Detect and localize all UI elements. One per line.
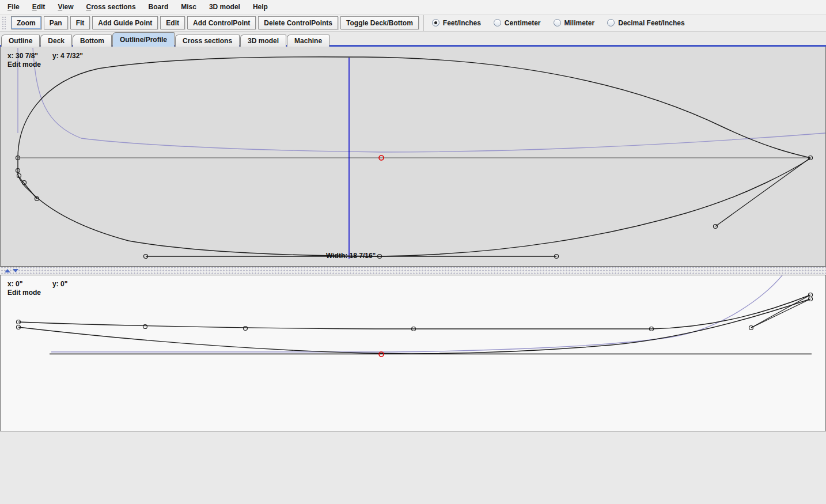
toolbar: Zoom Pan Fit Add Guide Point Edit Add Co… [0,14,826,32]
edit-mode-label: Edit mode [7,289,41,297]
tab-cross-sections[interactable]: Cross sections [175,35,240,47]
toolbar-drag-handle[interactable] [2,16,7,30]
tab-bottom[interactable]: Bottom [73,35,112,47]
cursor-y-readout: y: 0" [52,280,67,288]
tab-3d-model[interactable]: 3D model [240,35,286,47]
menu-item-cross-sections[interactable]: Cross sections [80,1,142,13]
menu-item-3d-model[interactable]: 3D model [203,1,247,13]
collapse-up-icon[interactable] [5,269,10,272]
outline-edit-canvas[interactable]: x: 30 7/8" y: 4 7/32" Edit mode Width: 1… [0,47,826,267]
add-controlpoint-button[interactable]: Add ControlPoint [187,16,256,29]
overlay-outline-curve [51,275,782,352]
radio-label: Centimeter [505,19,541,27]
profile-drawing: x: 0" y: 0" Edit mode [1,275,825,431]
radio-unselected-icon [494,19,501,26]
boardcad-window: File Edit View Cross sections Board Misc… [0,0,826,504]
radio-centimeter[interactable]: Centimeter [494,19,541,27]
radio-label: Decimal Feet/Inches [618,19,684,27]
radio-unselected-icon [554,19,561,26]
zoom-button[interactable]: Zoom [11,16,41,29]
edit-mode-label: Edit mode [7,60,41,69]
cursor-x-readout: x: 30 7/8" [7,52,38,60]
radio-milimeter[interactable]: Milimeter [554,19,595,27]
menu-item-board[interactable]: Board [142,1,175,13]
control-handle-line[interactable] [751,295,810,328]
cursor-y-readout: y: 4 7/32" [52,52,83,60]
cursor-x-readout: x: 0" [7,280,22,288]
split-pane-divider[interactable] [0,267,826,275]
radio-decimal-feet-inches[interactable]: Decimal Feet/Inches [607,19,684,27]
menu-item-help[interactable]: Help [247,1,274,13]
control-point[interactable] [244,327,248,331]
menu-item-edit[interactable]: Edit [26,1,52,13]
radio-label: Feet/Inches [443,19,481,27]
fit-button[interactable]: Fit [70,16,90,29]
outline-bottom-curve[interactable] [18,158,810,256]
menu-item-misc[interactable]: Misc [175,1,203,13]
control-handle-line[interactable] [18,176,37,199]
deck-profile-curve[interactable] [18,295,810,329]
control-point[interactable] [143,325,147,329]
tab-deck[interactable]: Deck [40,35,72,47]
outline-drawing: x: 30 7/8" y: 4 7/32" Edit mode Width: 1… [1,47,825,266]
width-measurement-label: Width: 18 7/16" [326,252,376,260]
control-handle-line[interactable] [751,299,810,328]
outline-top-curve[interactable] [18,57,810,158]
overlay-rocker-curve [33,48,825,152]
pan-button[interactable]: Pan [44,16,68,29]
menu-item-view[interactable]: View [51,1,79,13]
add-guide-point-button[interactable]: Add Guide Point [92,16,158,29]
tab-machine[interactable]: Machine [287,35,329,47]
profile-edit-canvas[interactable]: x: 0" y: 0" Edit mode [0,275,826,431]
control-point[interactable] [22,181,26,185]
tab-outline-profile[interactable]: Outline/Profile [112,32,175,47]
tab-outline[interactable]: Outline [1,35,40,47]
unit-radio-group: Feet/Inches Centimeter Milimeter Decimal… [423,15,685,31]
delete-controlpoints-button[interactable]: Delete ControlPoints [258,16,338,29]
menu-item-file[interactable]: File [1,1,26,13]
toggle-deck-bottom-button[interactable]: Toggle Deck/Bottom [340,16,419,29]
measurements-panel: Scale Length Straight line: 6'2" Over cu… [0,431,826,504]
radio-selected-icon [432,19,439,26]
edit-button[interactable]: Edit [160,16,185,29]
radio-label: Milimeter [564,19,595,27]
menu-bar: File Edit View Cross sections Board Misc… [0,0,826,14]
view-tabs: Outline Deck Bottom Outline/Profile Cros… [0,32,826,47]
radio-feet-inches[interactable]: Feet/Inches [432,19,481,27]
collapse-down-icon[interactable] [13,269,18,272]
radio-unselected-icon [607,19,615,26]
control-handle-line[interactable] [715,158,810,226]
